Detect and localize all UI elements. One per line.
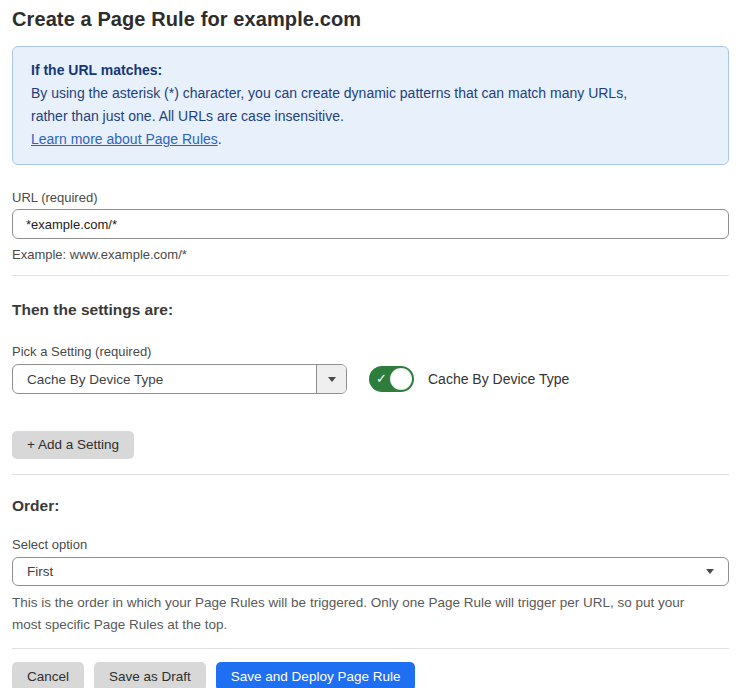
setting-toggle[interactable]: ✓ bbox=[369, 366, 414, 392]
setting-dropdown-arrow-button[interactable] bbox=[316, 365, 346, 393]
url-match-info-box: If the URL matches: By using the asteris… bbox=[12, 46, 729, 165]
add-setting-button[interactable]: + Add a Setting bbox=[12, 431, 134, 459]
info-box-body-line1: By using the asterisk (*) character, you… bbox=[31, 82, 710, 105]
learn-more-link[interactable]: Learn more about Page Rules bbox=[31, 131, 218, 147]
order-helper-line2: most specific Page Rules at the top. bbox=[12, 614, 729, 636]
cancel-button[interactable]: Cancel bbox=[12, 662, 84, 688]
save-and-deploy-button[interactable]: Save and Deploy Page Rule bbox=[216, 662, 416, 688]
url-field-label: URL (required) bbox=[12, 190, 729, 205]
divider bbox=[12, 648, 729, 649]
order-helper-text: This is the order in which your Page Rul… bbox=[12, 592, 729, 636]
chevron-down-icon bbox=[706, 569, 714, 574]
order-helper-line1: This is the order in which your Page Rul… bbox=[12, 592, 729, 614]
setting-dropdown-value: Cache By Device Type bbox=[13, 372, 316, 387]
page-rule-form: Create a Page Rule for example.com If th… bbox=[0, 0, 750, 688]
toggle-knob bbox=[390, 368, 412, 390]
divider bbox=[12, 275, 729, 276]
link-suffix: . bbox=[218, 131, 222, 147]
divider bbox=[12, 474, 729, 475]
chevron-down-icon bbox=[328, 377, 336, 382]
order-select-label: Select option bbox=[12, 537, 729, 552]
settings-section-heading: Then the settings are: bbox=[12, 301, 729, 319]
check-icon: ✓ bbox=[376, 372, 387, 385]
order-select[interactable]: First bbox=[12, 557, 729, 586]
order-select-value: First bbox=[13, 564, 53, 579]
save-as-draft-button[interactable]: Save as Draft bbox=[94, 662, 206, 688]
setting-toggle-label: Cache By Device Type bbox=[428, 371, 569, 387]
setting-row: Cache By Device Type ✓ Cache By Device T… bbox=[12, 364, 729, 394]
order-section-heading: Order: bbox=[12, 497, 729, 515]
info-box-heading: If the URL matches: bbox=[31, 59, 710, 82]
url-input[interactable] bbox=[12, 209, 729, 239]
url-example-helper: Example: www.example.com/* bbox=[12, 247, 729, 262]
page-title: Create a Page Rule for example.com bbox=[12, 8, 729, 31]
info-box-body-line2: rather than just one. All URLs are case … bbox=[31, 105, 710, 128]
setting-dropdown[interactable]: Cache By Device Type bbox=[12, 364, 347, 394]
info-box-link-line: Learn more about Page Rules. bbox=[31, 128, 710, 151]
form-actions: Cancel Save as Draft Save and Deploy Pag… bbox=[12, 662, 729, 688]
pick-setting-label: Pick a Setting (required) bbox=[12, 344, 729, 359]
